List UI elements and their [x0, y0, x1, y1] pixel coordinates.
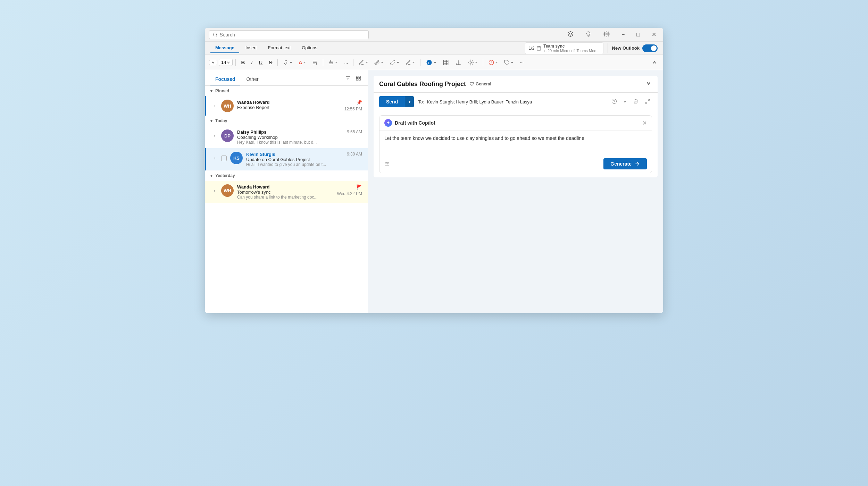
minimize-button[interactable]: − — [619, 30, 627, 39]
calendar-icon — [536, 46, 541, 51]
lightbulb-button[interactable] — [583, 30, 594, 40]
line-spacing-button[interactable] — [326, 58, 340, 67]
teams-button[interactable]: T — [423, 58, 439, 67]
chevron-down-icon-4 — [335, 61, 338, 64]
today-section-header[interactable]: ▾ Today — [205, 116, 368, 126]
copilot-close-button[interactable]: ✕ — [642, 120, 647, 126]
tab-format-text[interactable]: Format text — [263, 43, 295, 53]
shield-icon: 🛡 — [469, 81, 474, 87]
team-sync-title: Team sync — [543, 44, 599, 49]
expand-icon-wanda2[interactable]: › — [211, 188, 218, 194]
svg-rect-30 — [356, 78, 358, 80]
title-bar-right: − □ ✕ — [565, 30, 659, 40]
pinned-label: Pinned — [215, 89, 229, 93]
copilot-title-text: Draft with Copilot — [395, 120, 435, 126]
font-size-button[interactable]: 14 — [219, 59, 233, 66]
trash-icon — [633, 99, 639, 104]
highlight-color-button[interactable] — [281, 58, 295, 67]
send-btn-group: Send ▾ — [379, 96, 414, 107]
attach-file-button[interactable] — [372, 58, 386, 67]
expand-icon[interactable]: › — [211, 103, 218, 109]
view-toggle-button[interactable] — [354, 74, 362, 83]
email-meta: 📌 12:55 PM — [344, 100, 362, 111]
annotate-button[interactable] — [403, 58, 417, 67]
search-bar[interactable] — [209, 30, 369, 39]
team-sync-badge[interactable]: 1/2 Team sync in 20 min Microsoft Teams … — [525, 42, 603, 54]
svg-point-32 — [612, 99, 616, 103]
copilot-button[interactable] — [565, 30, 576, 40]
highlight-icon — [283, 60, 289, 65]
email-list-panel: Focused Other ▾ Pinned › — [205, 70, 368, 313]
filter-button[interactable] — [344, 74, 352, 83]
avatar-daisy: DP — [221, 129, 234, 142]
expand-button[interactable] — [643, 98, 652, 106]
copilot-title: ✦ Draft with Copilot — [384, 119, 435, 127]
tab-insert[interactable]: Insert — [241, 43, 262, 53]
send-button[interactable]: Send — [379, 96, 405, 107]
copilot-settings-button[interactable] — [384, 161, 390, 167]
send-dropdown-button[interactable]: ▾ — [405, 96, 414, 107]
more-button[interactable]: ... — [342, 58, 350, 66]
ribbon-right: 1/2 Team sync in 20 min Microsoft Teams … — [525, 42, 658, 54]
to-label: To: — [418, 99, 424, 104]
chevron-recipients-button[interactable] — [621, 98, 628, 105]
email-sender: Wanda Howard — [237, 100, 341, 105]
clear-format-button[interactable] — [310, 58, 320, 67]
chevron-down-icon-10 — [475, 61, 478, 64]
svg-rect-31 — [359, 78, 360, 80]
link-button[interactable] — [387, 58, 402, 67]
checkbox-kevin[interactable] — [221, 156, 227, 161]
expand-icon-kevin[interactable]: › — [211, 155, 218, 161]
email-item-wanda-pinned[interactable]: › WH Wanda Howard Expense Report 📌 12:55… — [205, 96, 368, 116]
email-info-daisy: Daisy Phillips Coaching Workshop Hey Kat… — [237, 129, 343, 145]
sender-daisy: Daisy Phillips — [237, 129, 343, 135]
copilot-input[interactable]: Let the team know we decided to use clay… — [384, 135, 647, 149]
signature-button[interactable] — [356, 58, 370, 67]
tab-message[interactable]: Message — [210, 43, 239, 53]
underline-button[interactable]: U — [256, 58, 265, 67]
strikethrough-button[interactable]: S — [266, 58, 275, 67]
importance-button[interactable] — [486, 58, 500, 67]
email-item-kevin[interactable]: › KS Kevin Sturgis Update on Coral Gable… — [205, 148, 368, 170]
italic-button[interactable]: I — [249, 58, 255, 67]
close-button[interactable]: ✕ — [649, 30, 659, 39]
chevron-down-icon-8 — [412, 61, 415, 64]
yesterday-section-header[interactable]: ▾ Yesterday — [205, 170, 368, 181]
generate-button[interactable]: Generate — [603, 158, 647, 169]
general-badge: 🛡 General — [469, 81, 491, 87]
tag-button[interactable] — [502, 58, 516, 67]
expand-icon-daisy[interactable]: › — [211, 133, 218, 139]
line-spacing-icon — [328, 60, 334, 65]
copilot-body[interactable]: Let the team know we decided to use clay… — [379, 131, 652, 156]
maximize-button[interactable]: □ — [634, 30, 643, 39]
settings-button[interactable] — [601, 30, 612, 40]
table-button[interactable] — [440, 58, 451, 67]
search-input[interactable] — [219, 32, 365, 37]
pinned-section-header[interactable]: ▾ Pinned — [205, 86, 368, 96]
email-info: Wanda Howard Expense Report — [237, 100, 341, 110]
delete-button[interactable] — [631, 98, 640, 106]
sender-wanda2: Wanda Howard — [237, 184, 334, 190]
team-sync-subtitle: in 20 min Microsoft Teams Mee... — [543, 49, 599, 53]
chevron-down-icon-2 — [290, 61, 292, 64]
collapse-view-button[interactable] — [645, 80, 652, 88]
collapse-toolbar-button[interactable] — [650, 59, 659, 66]
toggle-switch[interactable] — [642, 44, 658, 52]
chevron-down-icon-12 — [511, 61, 514, 64]
overflow-button[interactable]: ··· — [517, 58, 526, 66]
email-item-wanda-yesterday[interactable]: › WH Wanda Howard Tomorrow's sync Can yo… — [205, 181, 368, 203]
tab-focused[interactable]: Focused — [210, 74, 240, 85]
overflow-icon: ··· — [520, 60, 524, 65]
loop-button[interactable] — [465, 58, 480, 67]
chart-button[interactable] — [453, 58, 464, 67]
help-button[interactable] — [610, 98, 619, 106]
tab-other[interactable]: Other — [242, 74, 264, 85]
email-item-daisy[interactable]: › DP Daisy Phillips Coaching Workshop He… — [205, 126, 368, 148]
avatar-kevin: KS — [230, 152, 243, 164]
lightbulb-icon — [585, 31, 592, 37]
font-color-button[interactable]: A — [296, 58, 308, 67]
bold-button[interactable]: B — [239, 58, 247, 67]
font-style-dropdown[interactable] — [209, 60, 217, 65]
tab-options[interactable]: Options — [297, 43, 322, 53]
copilot-panel: ✦ Draft with Copilot ✕ Let the team know… — [379, 115, 652, 173]
